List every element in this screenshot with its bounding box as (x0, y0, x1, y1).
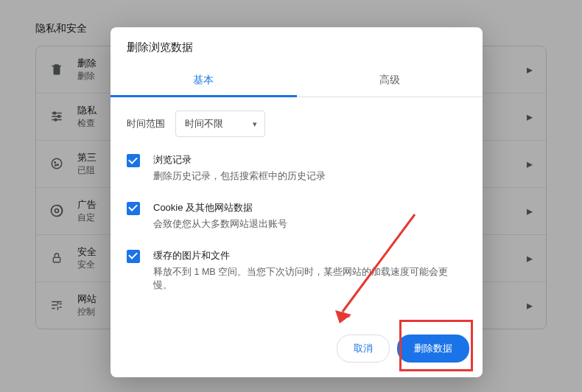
option-text: 缓存的图片和文件 释放不到 1 MB 空间。当您下次访问时，某些网站的加载速度可… (153, 249, 466, 293)
option-title: 缓存的图片和文件 (153, 249, 466, 262)
option-description: 删除历史记录，包括搜索框中的历史记录 (153, 169, 326, 183)
tab-basic[interactable]: 基本 (111, 65, 297, 97)
checkbox-browsing-history[interactable] (127, 154, 140, 167)
option-text: 浏览记录 删除历史记录，包括搜索框中的历史记录 (153, 153, 326, 183)
time-range-row: 时间范围 时间不限 (127, 111, 466, 137)
dialog-body: 时间范围 时间不限 浏览记录 删除历史记录，包括搜索框中的历史记录 Cookie… (111, 97, 483, 326)
dialog-title: 删除浏览数据 (111, 27, 483, 60)
confirm-button[interactable]: 删除数据 (397, 335, 469, 363)
cancel-button[interactable]: 取消 (337, 335, 390, 363)
tab-advanced[interactable]: 高级 (297, 65, 483, 97)
option-description: 会致使您从大多数网站退出账号 (153, 217, 287, 231)
time-range-label: 时间范围 (127, 117, 165, 130)
option-text: Cookie 及其他网站数据 会致使您从大多数网站退出账号 (153, 201, 287, 231)
option-title: 浏览记录 (153, 153, 326, 167)
option-browsing-history: 浏览记录 删除历史记录，包括搜索框中的历史记录 (127, 153, 466, 183)
time-range-select[interactable]: 时间不限 (175, 111, 265, 137)
option-cookies: Cookie 及其他网站数据 会致使您从大多数网站退出账号 (127, 201, 466, 231)
checkbox-cookies[interactable] (127, 202, 140, 215)
checkbox-cache[interactable] (127, 250, 140, 263)
clear-data-dialog: 删除浏览数据 基本 高级 时间范围 时间不限 浏览记录 删除历史记录，包括搜索框… (111, 27, 483, 377)
dialog-footer: 取消 删除数据 (111, 326, 483, 377)
option-description: 释放不到 1 MB 空间。当您下次访问时，某些网站的加载速度可能会更慢。 (153, 265, 466, 293)
option-title: Cookie 及其他网站数据 (153, 201, 287, 214)
option-cache: 缓存的图片和文件 释放不到 1 MB 空间。当您下次访问时，某些网站的加载速度可… (127, 249, 466, 293)
time-range-value: 时间不限 (185, 118, 223, 129)
dialog-tabs: 基本 高级 (111, 65, 483, 97)
